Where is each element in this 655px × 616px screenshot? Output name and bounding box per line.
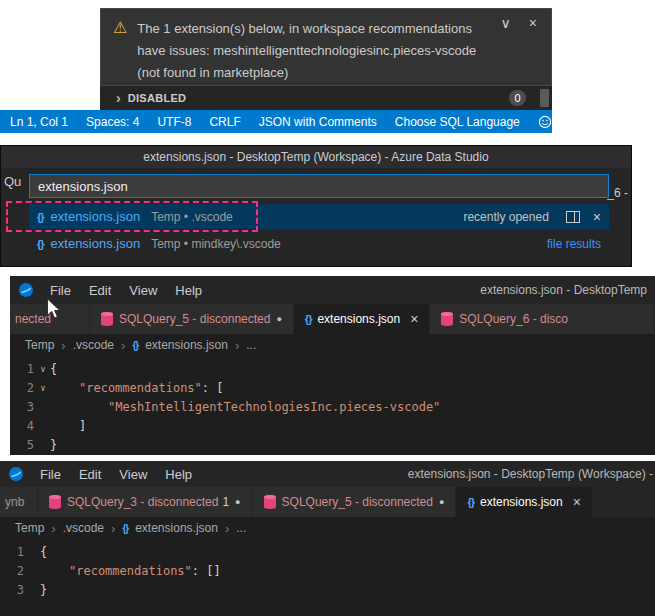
breadcrumb-more[interactable]: ...	[246, 338, 256, 352]
statusbar-sql-language[interactable]: Choose SQL Language	[395, 115, 520, 129]
menu-view[interactable]: View	[121, 280, 165, 301]
breadcrumb-folder[interactable]: .vscode	[73, 338, 114, 352]
warning-icon: ⚠	[113, 18, 127, 76]
fold-icon[interactable]: ∨	[36, 364, 50, 374]
menu-view[interactable]: View	[111, 464, 155, 485]
chevron-right-icon: ›	[116, 90, 121, 106]
statusbar-cursor-position[interactable]: Ln 1, Col 1	[10, 115, 68, 129]
code-text: }	[50, 438, 57, 452]
tab-label: SQLQuery_6 - disco	[459, 312, 568, 326]
tab-extensions-json-active[interactable]: {} extensions.json ×	[456, 487, 592, 517]
bell-icon[interactable]	[568, 115, 582, 129]
quick-open-widget: {} extensions.json Temp • .vscode recent…	[29, 174, 609, 256]
window-titlebar[interactable]: File Edit View Help extensions.json - De…	[0, 461, 655, 487]
quick-open-result[interactable]: {} extensions.json Temp • mindkey\.vscod…	[29, 231, 609, 256]
tab-sqlquery3[interactable]: SQLQuery_3 - disconnected 1 ●	[38, 487, 253, 517]
notification-toast: ⚠ The 1 extension(s) below, in workspace…	[100, 8, 552, 86]
remove-from-recent-icon[interactable]: ×	[593, 209, 601, 225]
window-titlebar[interactable]: extensions.json - DesktopTemp (Workspace…	[1, 146, 631, 168]
quick-open-input[interactable]	[29, 174, 609, 198]
result-group-label: recently opened	[463, 210, 548, 224]
tab-label: SQLQuery_5 - disconnected	[119, 312, 270, 326]
feedback-icon[interactable]	[538, 115, 552, 129]
chevron-right-icon: ›	[225, 521, 229, 536]
code-line: 4 ]	[10, 416, 655, 435]
menu-edit[interactable]: Edit	[81, 280, 119, 301]
screenshot-canvas: ⚠ The 1 extension(s) below, in workspace…	[0, 0, 655, 616]
editor-window-before: File Edit View Help extensions.json - De…	[10, 276, 655, 455]
tab-bar: nected SQLQuery_5 - disconnected ● {} ex…	[10, 304, 655, 334]
menu-help[interactable]: Help	[167, 280, 210, 301]
notification-line-3: (not found in marketplace)	[137, 62, 476, 84]
tab-label: ynb	[5, 495, 24, 509]
json-file-icon: {}	[37, 211, 44, 223]
tab-extensions-json-active[interactable]: {} extensions.json ×	[294, 304, 430, 334]
tab-bar: ynb SQLQuery_3 - disconnected 1 ● SQLQue…	[0, 487, 655, 517]
code-line: 2 ∨ "recommendations": [	[10, 378, 655, 397]
close-tab-icon[interactable]: ×	[573, 494, 581, 510]
code-text: "recommendations": [	[50, 381, 224, 395]
breadcrumb-file[interactable]: extensions.json	[135, 521, 218, 535]
json-file-icon: {}	[305, 313, 312, 325]
statusbar-indentation[interactable]: Spaces: 4	[86, 115, 139, 129]
dirty-indicator[interactable]: ●	[235, 497, 240, 507]
code-text: ]	[50, 419, 86, 433]
line-number: 2	[0, 564, 24, 578]
tab-sqlquery5[interactable]: SQLQuery_5 - disconnected ●	[253, 487, 457, 517]
code-text: {	[50, 362, 57, 376]
statusbar-eol[interactable]: CRLF	[209, 115, 240, 129]
code-line: 1 {	[0, 542, 655, 561]
window-title: extensions.json - DesktopTemp (Workspace…	[408, 467, 655, 481]
code-text: "recommendations": []	[40, 564, 221, 578]
code-line: 3 "MeshIntelligentTechnologiesInc.pieces…	[10, 397, 655, 416]
database-icon	[49, 495, 61, 509]
result-file-path: Temp • .vscode	[151, 210, 233, 224]
scrollbar[interactable]	[540, 89, 549, 107]
result-file-name: extensions.json	[51, 209, 141, 224]
line-number: 2	[10, 381, 34, 395]
tab-sqlquery6-partial[interactable]: SQLQuery_6 - disco	[430, 304, 655, 334]
extensions-disabled-section-header[interactable]: › DISABLED 0	[100, 86, 552, 110]
code-editor[interactable]: 1 { 2 "recommendations": [] 3 }	[0, 539, 655, 599]
close-tab-icon[interactable]: ×	[410, 311, 418, 327]
chevron-right-icon: ›	[111, 521, 115, 536]
count-badge: 0	[509, 90, 526, 106]
tab-sqlquery5[interactable]: SQLQuery_5 - disconnected ●	[90, 304, 294, 334]
notification-line-2: have issues: meshintelligenttechnologies…	[137, 40, 476, 62]
json-file-icon: {}	[122, 523, 128, 534]
open-to-side-icon[interactable]	[566, 211, 580, 223]
breadcrumb-file[interactable]: extensions.json	[145, 338, 228, 352]
fold-icon[interactable]: ∨	[36, 383, 50, 393]
tab-partial[interactable]: ynb	[0, 487, 38, 517]
result-file-path: Temp • mindkey\.vscode	[151, 237, 281, 251]
app-logo-icon	[18, 282, 34, 298]
tab-label: SQLQuery_3 - disconnected	[67, 495, 218, 509]
breadcrumb-root[interactable]: Temp	[25, 338, 54, 352]
chevron-right-icon: ›	[121, 338, 125, 353]
line-number: 4	[10, 419, 34, 433]
tab-label-suffix: 1	[222, 495, 229, 509]
code-editor[interactable]: 1 ∨ { 2 ∨ "recommendations": [ 3 "MeshIn…	[10, 356, 655, 454]
database-icon	[441, 312, 453, 326]
line-number: 1	[10, 362, 34, 376]
quick-open-result-selected[interactable]: {} extensions.json Temp • .vscode recent…	[29, 204, 609, 229]
statusbar-language-mode[interactable]: JSON with Comments	[259, 115, 377, 129]
breadcrumb-root[interactable]: Temp	[15, 521, 44, 535]
menu-edit[interactable]: Edit	[71, 464, 109, 485]
menu-help[interactable]: Help	[157, 464, 200, 485]
dirty-indicator[interactable]: ●	[439, 497, 444, 507]
code-line: 1 ∨ {	[10, 359, 655, 378]
notification-message: The 1 extension(s) below, in workspace r…	[137, 18, 476, 76]
dirty-indicator[interactable]: ●	[276, 314, 281, 324]
breadcrumb-more[interactable]: ...	[236, 521, 246, 535]
breadcrumb-folder[interactable]: .vscode	[63, 521, 104, 535]
json-file-icon: {}	[132, 340, 138, 351]
notification-line-1: The 1 extension(s) below, in workspace r…	[137, 18, 476, 40]
statusbar-encoding[interactable]: UTF-8	[157, 115, 191, 129]
chevron-right-icon: ›	[51, 521, 55, 536]
chevron-down-icon[interactable]: ∨	[501, 15, 511, 31]
menu-file[interactable]: File	[32, 464, 69, 485]
database-icon	[264, 495, 276, 509]
close-icon[interactable]: ×	[529, 15, 537, 31]
window-titlebar[interactable]: File Edit View Help extensions.json - De…	[10, 276, 655, 304]
